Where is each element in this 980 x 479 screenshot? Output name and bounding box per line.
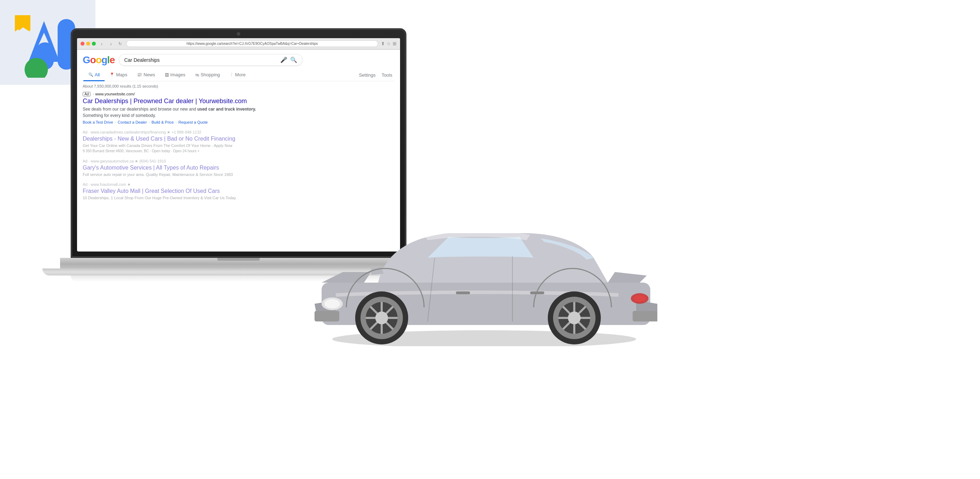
maximize-button[interactable] [92,42,96,46]
ad-label-1: Ad · www.yourwebsite.com/ [83,92,395,97]
car-svg [301,187,671,346]
ad-description-1: See deals from our car dealerships and b… [83,106,288,119]
svg-point-13 [634,295,646,302]
tab-news-label: News [143,72,155,77]
forward-button[interactable]: › [108,41,114,47]
shopping-icon: 🛍 [195,73,199,77]
google-search-page: Google Car Dealerships 🎤 🔍 [77,50,400,210]
sitelink-build-price[interactable]: Build & Price [152,120,174,124]
ad-title-3[interactable]: Gary's Automotive Services | All Types o… [83,165,395,171]
ad-meta-2: Ad · www.canadadrives.ca/dealerships/fin… [83,130,395,135]
tab-news[interactable]: 📰 News [132,69,160,81]
laptop-camera [237,32,240,36]
google-header: Google Car Dealerships 🎤 🔍 [83,54,395,66]
ad-meta-4: Ad · www.fvautomall.com ★ [83,182,395,187]
ad-desc-line2: Something for every kind of somebody. [83,113,156,118]
settings-link[interactable]: Settings [357,70,378,81]
tab-maps-label: Maps [116,72,127,77]
svg-rect-9 [633,311,657,322]
all-icon: 🔍 [88,72,93,77]
maps-icon: 📍 [110,72,115,77]
tab-all[interactable]: 🔍 All [83,69,105,81]
images-icon: 🖼 [165,73,169,77]
ad-desc-line1: See deals from our car dealerships and b… [83,107,256,112]
ad-title-2[interactable]: Dealerships - New & Used Cars | Bad or N… [83,136,395,142]
ad-desc-3: Full service auto repair in your area. Q… [83,172,259,177]
tab-images-label: Images [170,72,186,77]
tab-settings-group: Settings Tools [357,70,395,81]
browser-nav: ‹ › ↻ [99,41,123,47]
search-query: Car Dealerships [124,57,277,63]
ad-sitelinks-1: Book a Test Drive · Contact a Dealer · B… [83,120,395,124]
url-bar[interactable]: https://www.google.ca/search?ei=CJ-XrG7E… [126,40,378,47]
ad-result-1: Ad · www.yourwebsite.com/ Car Dealership… [83,92,395,124]
search-icon[interactable]: 🔍 [290,57,297,63]
svg-marker-5 [19,17,30,31]
sitelink-test-drive[interactable]: Book a Test Drive [83,120,113,124]
search-tabs: 🔍 All 📍 Maps 📰 News 🖼 Images [83,69,395,81]
ad-meta-3: Ad · www.garysautomotive.ca ★ (604) 541-… [83,159,395,163]
svg-point-11 [325,299,340,308]
search-icons: 🎤 🔍 [280,57,297,63]
sitelink-request-quote[interactable]: Request a Quote [178,120,208,124]
ad-desc-2: Get Your Car Online with Canada Drives F… [83,143,259,154]
browser-actions: ⬆ ☆ ⊞ [381,41,396,46]
tab-more[interactable]: ⋮ More [225,69,251,81]
browser-titlebar: ‹ › ↻ https://www.google.ca/search?ei=CJ… [77,38,400,49]
ad-url-1: · www.yourwebsite.com/ [93,92,135,96]
window-buttons [81,42,96,46]
tab-images[interactable]: 🖼 Images [160,69,191,81]
minimize-button[interactable] [86,42,90,46]
ad-badge-1: Ad [83,92,91,97]
tab-shopping-label: Shopping [200,72,220,77]
back-button[interactable]: ‹ [99,41,105,47]
tab-more-label: More [235,72,246,77]
car-image [301,187,671,357]
svg-point-25 [375,312,388,324]
more-dots-icon: ⋮ [230,72,234,77]
search-bar[interactable]: Car Dealerships 🎤 🔍 [119,54,302,66]
sitelink-contact-dealer[interactable]: Contact a Dealer [118,120,147,124]
ad-title-link-1[interactable]: Car Dealerships | Preowned Car dealer | … [83,97,395,105]
car-body-group [315,231,657,344]
tools-link[interactable]: Tools [380,70,395,81]
share-icon[interactable]: ⬆ [381,41,385,46]
reload-button[interactable]: ↻ [117,41,123,47]
ad-desc-4: 10 Dealerships, 1 Local Shop From Our Hu… [83,195,259,201]
google-logo: Google [83,54,115,66]
microphone-icon[interactable]: 🎤 [280,57,287,63]
news-icon: 📰 [137,72,142,77]
tab-shopping[interactable]: 🛍 Shopping [190,69,225,81]
results-count: About 7,930,000,000 results (1.15 second… [83,84,395,88]
bookmark-icon[interactable]: ☆ [387,41,391,46]
expand-icon[interactable]: ⊞ [393,41,396,46]
tab-all-label: All [95,72,100,77]
ad-result-3: Ad · www.garysautomotive.ca ★ (604) 541-… [83,159,395,177]
svg-rect-8 [315,311,339,322]
close-button[interactable] [81,42,84,46]
svg-point-33 [568,312,581,324]
browser-chrome: ‹ › ↻ https://www.google.ca/search?ei=CJ… [77,38,400,50]
laptop-hinge [217,258,260,261]
ad-result-2: Ad · www.canadadrives.ca/dealerships/fin… [83,130,395,154]
svg-rect-16 [456,292,470,294]
tab-maps[interactable]: 📍 Maps [105,69,132,81]
